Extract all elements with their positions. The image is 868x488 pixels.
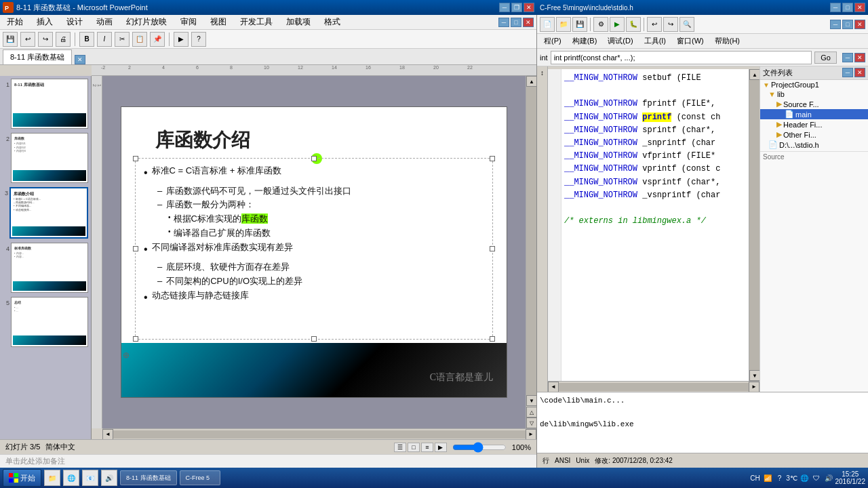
quicklaunch-3[interactable]: 📧 — [82, 470, 98, 486]
menu-format[interactable]: 格式 — [320, 15, 344, 29]
handle-bl[interactable] — [133, 336, 138, 342]
code-hscroll-right[interactable]: ► — [749, 382, 760, 392]
quicklaunch-2[interactable]: 🌐 — [63, 470, 79, 486]
ide-panel-close[interactable]: ✕ — [854, 20, 865, 29]
scroll-left-btn[interactable]: ◄ — [102, 429, 113, 440]
tray-input-indicator[interactable]: CH — [750, 472, 761, 483]
taskbar-ide-btn[interactable]: C-Free 5 — [180, 470, 220, 485]
view-normal[interactable]: ☰ — [394, 443, 406, 452]
ide-tb-open[interactable]: 📁 — [556, 17, 571, 32]
tb-redo[interactable]: ↪ — [38, 32, 53, 47]
handle-mr[interactable] — [490, 246, 495, 251]
menu-slideshow[interactable]: 幻灯片放映 — [122, 15, 171, 29]
ide-panel-minimize[interactable]: ─ — [830, 20, 841, 29]
tree-source[interactable]: ▶ Source F... — [760, 99, 868, 109]
move-icon[interactable]: ⊕ — [123, 350, 130, 360]
zoom-slider[interactable] — [452, 443, 507, 451]
ide-minimize-btn[interactable]: ─ — [830, 3, 841, 12]
handle-tr[interactable] — [490, 156, 495, 161]
ppt-minimize-btn[interactable]: ─ — [499, 3, 510, 12]
tab-close[interactable]: ✕ — [75, 55, 85, 64]
slide-thumb-5[interactable]: 总结 • ...• ... — [11, 297, 88, 347]
tree-other[interactable]: ▶ Other Fi... — [760, 129, 868, 140]
slide-main[interactable]: 库函数介绍 — [121, 106, 507, 398]
ide-menu-window[interactable]: 窗口(W) — [673, 35, 708, 47]
menu-review[interactable]: 审阅 — [176, 15, 201, 29]
tb-help[interactable]: ? — [191, 32, 206, 47]
ide-tb-new[interactable]: 📄 — [540, 17, 555, 32]
ide-tb-build[interactable]: ⚙ — [593, 17, 608, 32]
tb-cut[interactable]: ✂ — [115, 32, 130, 47]
tb-paste[interactable]: 📌 — [150, 32, 165, 47]
menu-insert[interactable]: 插入 — [33, 15, 57, 29]
handle-tl[interactable] — [133, 156, 138, 161]
ppt-panel-restore[interactable]: □ — [511, 18, 521, 27]
ide-tb-save[interactable]: 💾 — [572, 17, 587, 32]
ide-menu-debug[interactable]: 调试(D) — [604, 35, 637, 47]
start-button[interactable]: 开始 — [3, 469, 41, 487]
func-input[interactable] — [551, 51, 812, 64]
ppt-panel-close[interactable]: ✕ — [523, 18, 534, 27]
menu-view[interactable]: 视图 — [206, 15, 231, 29]
ide-menu-tools[interactable]: 工具(I) — [640, 35, 670, 47]
handle-tc[interactable] — [311, 156, 317, 161]
menu-dev[interactable]: 开发工具 — [236, 15, 277, 29]
tb-italic[interactable]: I — [97, 32, 112, 47]
ide-tb-undo[interactable]: ↩ — [647, 17, 662, 32]
ide-maximize-btn[interactable]: □ — [842, 3, 853, 12]
ide-tb-run[interactable]: ▶ — [610, 17, 625, 32]
quicklaunch-4[interactable]: 🔊 — [101, 470, 117, 486]
view-reading[interactable]: ≡ — [421, 443, 433, 452]
ppt-restore-btn[interactable]: ❐ — [511, 3, 522, 12]
tree-stdio[interactable]: 📄 D:\...\stdio.h — [760, 140, 868, 150]
func-bar-minimize[interactable]: ─ — [842, 53, 853, 62]
menu-addins[interactable]: 加载项 — [282, 15, 315, 29]
tb-save[interactable]: 💾 — [3, 32, 18, 47]
handle-br[interactable] — [490, 336, 495, 342]
slide-content-box[interactable]: • 标准C = C语言标准 + 标准库函数 – 库函数源代码不可见，一般通过头文… — [135, 158, 493, 340]
slide-thumb-1[interactable]: 8-11 库函数基础 — [11, 79, 88, 129]
menu-design[interactable]: 设计 — [62, 15, 87, 29]
ide-menu-build[interactable]: 构建(B) — [568, 35, 601, 47]
view-slide[interactable]: □ — [408, 443, 420, 452]
scroll-up-btn[interactable]: ▲ — [526, 76, 536, 87]
ide-menu-help[interactable]: 帮助(H) — [711, 35, 744, 47]
tb-bold[interactable]: B — [79, 32, 94, 47]
scroll-page-down[interactable]: ▽ — [526, 418, 536, 428]
ide-tb-debug[interactable]: 🐛 — [626, 17, 641, 32]
tb-copy[interactable]: 📋 — [132, 32, 147, 47]
code-hscroll-left[interactable]: ◄ — [548, 382, 559, 392]
slide-thumb-3[interactable]: 库函数介绍 • 标准C = C语言标准... – 库函数源代码... • 不同编… — [9, 187, 88, 239]
scroll-page-up[interactable]: △ — [526, 407, 536, 418]
scroll-down-btn[interactable]: ▼ — [526, 395, 536, 406]
clock[interactable]: 15:25 2016/1/22 — [835, 470, 866, 485]
view-slideshow[interactable]: ▶ — [435, 443, 447, 452]
ide-panel-restore[interactable]: □ — [842, 20, 853, 29]
tree-header[interactable]: ▶ Header Fi... — [760, 119, 868, 129]
filetree-close[interactable]: ✕ — [854, 68, 865, 77]
filetree-minimize[interactable]: ─ — [842, 68, 853, 77]
handle-bc[interactable] — [311, 336, 317, 342]
ppt-panel-minimize[interactable]: ─ — [498, 18, 509, 27]
menu-home[interactable]: 开始 — [3, 15, 27, 29]
tb-print[interactable]: 🖨 — [56, 32, 71, 47]
ide-menu-prog[interactable]: 程(P) — [540, 35, 566, 47]
func-go-btn[interactable]: Go — [814, 52, 837, 64]
ide-tb-redo[interactable]: ↪ — [663, 17, 678, 32]
ppt-tab-main[interactable]: 8-11 库函数基础 — [3, 49, 72, 64]
ppt-close-btn[interactable]: ✕ — [524, 3, 534, 12]
scroll-right-btn[interactable]: ► — [526, 429, 536, 440]
tb-slideshow[interactable]: ▶ — [174, 32, 189, 47]
quicklaunch-1[interactable]: 📁 — [44, 470, 60, 486]
code-scroll-down[interactable]: ▼ — [749, 370, 760, 381]
tree-lib[interactable]: ▼ lib — [760, 89, 868, 99]
slide-thumb-4[interactable]: 标准库函数 • 内容...• 内容... — [11, 243, 88, 293]
code-editor[interactable]: __MINGW_NOTHROW setbuf (FILE __MINGW_NOT… — [561, 69, 749, 381]
notes-area[interactable]: 单击此处添加备注 — [0, 454, 536, 468]
tb-undo[interactable]: ↩ — [20, 32, 35, 47]
slide-thumb-2[interactable]: 库函数 • 内容行1• 内容行2• 内容行3 — [11, 133, 88, 183]
tree-project[interactable]: ▼ ProjectGroup1 — [760, 80, 868, 89]
ide-tb-find[interactable]: 🔍 — [679, 17, 694, 32]
taskbar-ppt-btn[interactable]: 8-11 库函数基础 — [120, 470, 177, 485]
ide-close-btn[interactable]: ✕ — [854, 3, 865, 12]
